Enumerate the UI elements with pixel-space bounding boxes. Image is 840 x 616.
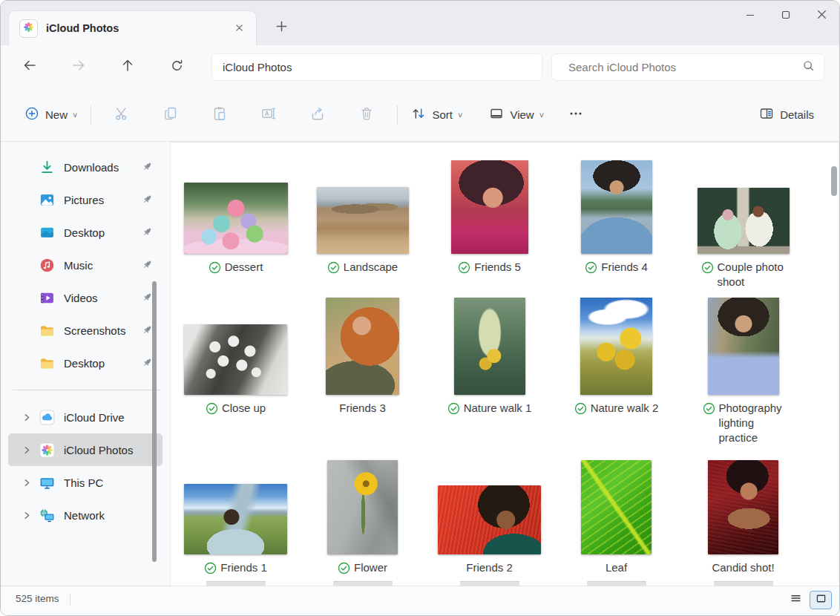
photo-grid: DessertLandscapeFriends 5Friends 4Couple… bbox=[171, 142, 839, 586]
photo-label: Leaf bbox=[606, 560, 627, 581]
photo-thumbnail[interactable] bbox=[317, 187, 409, 254]
new-button[interactable]: New ˅ bbox=[17, 100, 85, 130]
sidebar-item-music[interactable]: Music bbox=[8, 249, 163, 281]
photo-label: Candid shot! bbox=[712, 560, 774, 581]
address-text: iCloud Photos bbox=[223, 61, 292, 73]
forward-button[interactable] bbox=[63, 53, 94, 80]
more-icon bbox=[568, 106, 583, 124]
photo-thumbnail[interactable] bbox=[581, 160, 652, 254]
content-scrollbar[interactable] bbox=[831, 166, 837, 196]
photo-tile-nature-walk-2[interactable]: Nature walk 2 bbox=[553, 298, 680, 458]
search-box[interactable] bbox=[551, 53, 824, 81]
icloud-drive-icon bbox=[39, 410, 55, 425]
pin-icon bbox=[142, 259, 154, 271]
back-button[interactable] bbox=[14, 53, 45, 80]
navigation-bar: iCloud Photos bbox=[1, 45, 839, 88]
maximize-button[interactable] bbox=[768, 1, 804, 30]
photo-tile-friends-4[interactable]: Friends 4 bbox=[553, 157, 680, 298]
share-button[interactable] bbox=[301, 100, 335, 130]
photo-tile-flower[interactable]: Flower bbox=[299, 458, 426, 581]
close-icon bbox=[817, 9, 827, 22]
folder-icon bbox=[39, 323, 55, 338]
photo-thumbnail[interactable] bbox=[581, 460, 652, 554]
photo-thumbnail[interactable] bbox=[698, 188, 790, 254]
rename-button[interactable] bbox=[252, 100, 286, 130]
sync-check-icon bbox=[327, 261, 340, 274]
photo-tile-friends-5[interactable]: Friends 5 bbox=[426, 157, 553, 298]
minimize-icon bbox=[746, 9, 755, 22]
sidebar-item-pictures[interactable]: Pictures bbox=[8, 183, 163, 216]
paste-button[interactable] bbox=[203, 100, 237, 130]
photo-tile-landscape[interactable]: Landscape bbox=[299, 157, 426, 298]
up-button[interactable] bbox=[112, 53, 143, 80]
photo-thumbnail[interactable] bbox=[184, 484, 287, 554]
photo-thumbnail[interactable] bbox=[451, 160, 528, 254]
paste-icon bbox=[211, 105, 228, 125]
minimize-button[interactable] bbox=[732, 1, 768, 30]
close-button[interactable] bbox=[804, 1, 839, 30]
photo-thumbnail[interactable] bbox=[184, 183, 288, 254]
view-button[interactable]: View ˅ bbox=[482, 100, 551, 130]
sync-check-icon bbox=[338, 562, 350, 574]
sidebar-item-videos[interactable]: Videos bbox=[8, 281, 163, 314]
back-arrow-icon bbox=[22, 58, 37, 76]
photo-tile-friends-3[interactable]: Friends 3 bbox=[299, 298, 426, 458]
photo-tile-candid-shot[interactable]: Candid shot! bbox=[680, 458, 807, 581]
list-view-button[interactable] bbox=[784, 591, 807, 609]
photo-tile-photography-lighting-practice[interactable]: Photography lighting practice bbox=[680, 298, 807, 458]
next-row-peek bbox=[172, 581, 839, 586]
new-tab-button[interactable] bbox=[270, 16, 292, 39]
search-input[interactable] bbox=[568, 61, 802, 73]
chevron-right-icon[interactable] bbox=[20, 511, 33, 520]
copy-button[interactable] bbox=[154, 100, 188, 130]
sidebar-item-label: This PC bbox=[64, 476, 157, 489]
tab-close-icon[interactable] bbox=[229, 19, 249, 38]
chevron-right-icon[interactable] bbox=[20, 413, 33, 422]
photo-tile-friends-2[interactable]: Friends 2 bbox=[426, 458, 553, 581]
photo-thumbnail[interactable] bbox=[327, 460, 398, 554]
photo-thumbnail[interactable] bbox=[438, 485, 541, 554]
sidebar-item-screenshots[interactable]: Screenshots bbox=[8, 314, 163, 347]
refresh-button[interactable] bbox=[161, 53, 192, 80]
photo-grid-row: Close upFriends 3Nature walk 1Nature wal… bbox=[172, 298, 839, 458]
sidebar-item-network[interactable]: Network bbox=[8, 499, 163, 531]
sidebar-item-this-pc[interactable]: This PC bbox=[8, 466, 163, 499]
photo-thumbnail[interactable] bbox=[708, 460, 778, 554]
chevron-right-icon[interactable] bbox=[20, 445, 33, 455]
photo-thumbnail[interactable] bbox=[580, 298, 652, 395]
details-button[interactable]: Details bbox=[752, 100, 821, 130]
photo-thumbnail[interactable] bbox=[708, 298, 779, 395]
file-list-area: DessertLandscapeFriends 5Friends 4Couple… bbox=[170, 142, 839, 586]
photo-tile-friends-1[interactable]: Friends 1 bbox=[172, 458, 299, 581]
photo-label: Friends 2 bbox=[466, 560, 513, 581]
sidebar-divider bbox=[13, 390, 161, 390]
photo-tile-couple-photo-shoot[interactable]: Couple photo shoot bbox=[680, 157, 807, 298]
photo-tile-leaf[interactable]: Leaf bbox=[553, 458, 680, 581]
photo-label: Friends 3 bbox=[339, 401, 386, 458]
sidebar-item-icloud-photos[interactable]: iCloud Photos bbox=[8, 433, 163, 466]
sidebar-scrollbar[interactable] bbox=[152, 281, 157, 562]
cut-button[interactable] bbox=[105, 100, 139, 130]
sidebar-item-label: Desktop bbox=[64, 357, 142, 370]
photo-tile-close-up[interactable]: Close up bbox=[172, 298, 299, 458]
sidebar-item-desktop[interactable]: Desktop bbox=[8, 216, 163, 249]
tab-icloud-photos[interactable]: iCloud Photos bbox=[8, 10, 257, 45]
chevron-right-icon[interactable] bbox=[20, 478, 33, 488]
photo-label: Landscape bbox=[344, 260, 398, 298]
sidebar-item-desktop[interactable]: Desktop bbox=[8, 347, 163, 379]
photo-tile-dessert[interactable]: Dessert bbox=[172, 157, 299, 298]
status-bar: 525 items bbox=[1, 586, 839, 616]
thumbnail-view-button[interactable] bbox=[810, 591, 832, 609]
photo-thumbnail[interactable] bbox=[184, 324, 287, 395]
photo-thumbnail[interactable] bbox=[326, 298, 399, 395]
photo-grid-row: Friends 1FlowerFriends 2LeafCandid shot! bbox=[172, 458, 839, 581]
photo-thumbnail[interactable] bbox=[454, 298, 525, 395]
address-bar[interactable]: iCloud Photos bbox=[211, 53, 542, 81]
see-more-button[interactable] bbox=[559, 100, 593, 130]
sidebar-item-downloads[interactable]: Downloads bbox=[8, 151, 163, 183]
delete-button[interactable] bbox=[350, 100, 384, 130]
sort-button[interactable]: Sort ˅ bbox=[404, 100, 470, 130]
photo-tile-nature-walk-1[interactable]: Nature walk 1 bbox=[426, 298, 553, 458]
cut-icon bbox=[114, 105, 130, 125]
sidebar-item-icloud-drive[interactable]: iCloud Drive bbox=[8, 401, 163, 433]
